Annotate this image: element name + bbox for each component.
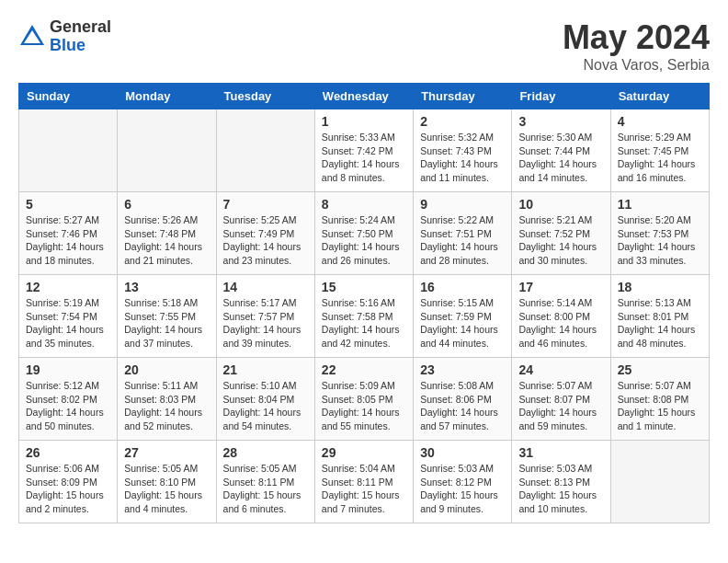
day-number: 28	[223, 445, 308, 460]
calendar-cell: 28Sunrise: 5:05 AM Sunset: 8:11 PM Dayli…	[216, 441, 314, 523]
day-number: 17	[518, 280, 603, 294]
calendar-cell: 11Sunrise: 5:20 AM Sunset: 7:53 PM Dayli…	[610, 192, 709, 275]
calendar-cell: 27Sunrise: 5:05 AM Sunset: 8:10 PM Dayli…	[118, 441, 216, 523]
day-number: 3	[518, 114, 603, 129]
day-info: Sunrise: 5:33 AM Sunset: 7:42 PM Dayligh…	[322, 131, 406, 185]
day-info: Sunrise: 5:20 AM Sunset: 7:53 PM Dayligh…	[618, 213, 702, 268]
day-info: Sunrise: 5:08 AM Sunset: 8:06 PM Dayligh…	[420, 379, 505, 433]
day-info: Sunrise: 5:14 AM Sunset: 8:00 PM Dayligh…	[518, 296, 603, 350]
day-number: 1	[322, 114, 406, 129]
day-number: 2	[420, 114, 505, 129]
title-block: May 2024 Nova Varos, Serbia	[563, 18, 710, 74]
day-number: 29	[322, 445, 406, 460]
day-number: 10	[518, 197, 603, 212]
day-info: Sunrise: 5:10 AM Sunset: 8:04 PM Dayligh…	[223, 379, 308, 433]
weekday-header-row: SundayMondayTuesdayWednesdayThursdayFrid…	[19, 84, 710, 109]
calendar-cell: 26Sunrise: 5:06 AM Sunset: 8:09 PM Dayli…	[19, 441, 118, 523]
calendar-week-4: 19Sunrise: 5:12 AM Sunset: 8:02 PM Dayli…	[19, 358, 710, 441]
day-info: Sunrise: 5:07 AM Sunset: 8:07 PM Dayligh…	[518, 379, 603, 433]
day-number: 24	[518, 362, 603, 377]
day-number: 15	[322, 280, 406, 294]
day-info: Sunrise: 5:22 AM Sunset: 7:51 PM Dayligh…	[420, 213, 505, 268]
calendar-week-2: 5Sunrise: 5:27 AM Sunset: 7:46 PM Daylig…	[19, 192, 710, 275]
day-number: 11	[618, 197, 702, 212]
weekday-header-tuesday: Tuesday	[216, 84, 314, 109]
calendar-cell	[19, 109, 118, 192]
location: Nova Varos, Serbia	[563, 57, 710, 74]
logo-blue-text: Blue	[50, 37, 111, 55]
calendar-cell: 6Sunrise: 5:26 AM Sunset: 7:48 PM Daylig…	[118, 192, 216, 275]
day-info: Sunrise: 5:05 AM Sunset: 8:11 PM Dayligh…	[223, 462, 308, 516]
weekday-header-monday: Monday	[118, 84, 216, 109]
weekday-header-sunday: Sunday	[19, 84, 118, 109]
day-number: 21	[223, 362, 308, 377]
day-info: Sunrise: 5:07 AM Sunset: 8:08 PM Dayligh…	[618, 379, 702, 433]
day-number: 6	[124, 197, 209, 212]
day-info: Sunrise: 5:19 AM Sunset: 7:54 PM Dayligh…	[26, 296, 110, 350]
day-info: Sunrise: 5:18 AM Sunset: 7:55 PM Dayligh…	[124, 296, 209, 350]
calendar-cell: 15Sunrise: 5:16 AM Sunset: 7:58 PM Dayli…	[314, 275, 413, 358]
day-info: Sunrise: 5:32 AM Sunset: 7:43 PM Dayligh…	[420, 131, 505, 185]
day-number: 23	[420, 362, 505, 377]
calendar-cell: 18Sunrise: 5:13 AM Sunset: 8:01 PM Dayli…	[610, 275, 709, 358]
day-number: 14	[223, 280, 308, 294]
logo-text: General Blue	[50, 18, 111, 55]
calendar-cell: 2Sunrise: 5:32 AM Sunset: 7:43 PM Daylig…	[414, 109, 512, 192]
logo: General Blue	[18, 18, 111, 55]
day-number: 16	[420, 280, 505, 294]
day-info: Sunrise: 5:29 AM Sunset: 7:45 PM Dayligh…	[618, 131, 702, 185]
calendar-cell	[610, 441, 709, 523]
calendar-cell	[118, 109, 216, 192]
weekday-header-thursday: Thursday	[414, 84, 512, 109]
day-info: Sunrise: 5:05 AM Sunset: 8:10 PM Dayligh…	[124, 462, 209, 516]
day-info: Sunrise: 5:03 AM Sunset: 8:12 PM Dayligh…	[420, 462, 505, 516]
day-info: Sunrise: 5:15 AM Sunset: 7:59 PM Dayligh…	[420, 296, 505, 350]
day-number: 20	[124, 362, 209, 377]
day-number: 25	[618, 362, 702, 377]
calendar-cell: 22Sunrise: 5:09 AM Sunset: 8:05 PM Dayli…	[314, 358, 413, 441]
logo-icon	[18, 23, 46, 51]
calendar-cell	[216, 109, 314, 192]
calendar-cell: 4Sunrise: 5:29 AM Sunset: 7:45 PM Daylig…	[610, 109, 709, 192]
day-info: Sunrise: 5:06 AM Sunset: 8:09 PM Dayligh…	[26, 462, 110, 516]
weekday-header-friday: Friday	[512, 84, 610, 109]
calendar-cell: 23Sunrise: 5:08 AM Sunset: 8:06 PM Dayli…	[414, 358, 512, 441]
calendar-week-3: 12Sunrise: 5:19 AM Sunset: 7:54 PM Dayli…	[19, 275, 710, 358]
day-number: 9	[420, 197, 505, 212]
day-info: Sunrise: 5:03 AM Sunset: 8:13 PM Dayligh…	[518, 462, 603, 516]
day-info: Sunrise: 5:30 AM Sunset: 7:44 PM Dayligh…	[518, 131, 603, 185]
day-number: 13	[124, 280, 209, 294]
day-number: 30	[420, 445, 505, 460]
calendar-cell: 17Sunrise: 5:14 AM Sunset: 8:00 PM Dayli…	[512, 275, 610, 358]
day-info: Sunrise: 5:21 AM Sunset: 7:52 PM Dayligh…	[518, 213, 603, 268]
day-info: Sunrise: 5:16 AM Sunset: 7:58 PM Dayligh…	[322, 296, 406, 350]
day-info: Sunrise: 5:17 AM Sunset: 7:57 PM Dayligh…	[223, 296, 308, 350]
calendar-cell: 24Sunrise: 5:07 AM Sunset: 8:07 PM Dayli…	[512, 358, 610, 441]
day-number: 19	[26, 362, 110, 377]
calendar-cell: 25Sunrise: 5:07 AM Sunset: 8:08 PM Dayli…	[610, 358, 709, 441]
calendar-cell: 7Sunrise: 5:25 AM Sunset: 7:49 PM Daylig…	[216, 192, 314, 275]
day-info: Sunrise: 5:11 AM Sunset: 8:03 PM Dayligh…	[124, 379, 209, 433]
calendar-cell: 20Sunrise: 5:11 AM Sunset: 8:03 PM Dayli…	[118, 358, 216, 441]
calendar-cell: 31Sunrise: 5:03 AM Sunset: 8:13 PM Dayli…	[512, 441, 610, 523]
day-number: 4	[618, 114, 702, 129]
day-number: 12	[26, 280, 110, 294]
calendar-cell: 19Sunrise: 5:12 AM Sunset: 8:02 PM Dayli…	[19, 358, 118, 441]
day-info: Sunrise: 5:04 AM Sunset: 8:11 PM Dayligh…	[322, 462, 406, 516]
month-year: May 2024	[563, 18, 710, 57]
day-info: Sunrise: 5:12 AM Sunset: 8:02 PM Dayligh…	[26, 379, 110, 433]
day-info: Sunrise: 5:09 AM Sunset: 8:05 PM Dayligh…	[322, 379, 406, 433]
calendar-cell: 12Sunrise: 5:19 AM Sunset: 7:54 PM Dayli…	[19, 275, 118, 358]
day-number: 7	[223, 197, 308, 212]
logo-general-text: General	[50, 18, 111, 37]
calendar-cell: 16Sunrise: 5:15 AM Sunset: 7:59 PM Dayli…	[414, 275, 512, 358]
day-number: 22	[322, 362, 406, 377]
day-info: Sunrise: 5:24 AM Sunset: 7:50 PM Dayligh…	[322, 213, 406, 268]
calendar-cell: 3Sunrise: 5:30 AM Sunset: 7:44 PM Daylig…	[512, 109, 610, 192]
weekday-header-wednesday: Wednesday	[314, 84, 413, 109]
calendar-cell: 1Sunrise: 5:33 AM Sunset: 7:42 PM Daylig…	[314, 109, 413, 192]
calendar-cell: 5Sunrise: 5:27 AM Sunset: 7:46 PM Daylig…	[19, 192, 118, 275]
day-info: Sunrise: 5:25 AM Sunset: 7:49 PM Dayligh…	[223, 213, 308, 268]
day-number: 8	[322, 197, 406, 212]
calendar-week-1: 1Sunrise: 5:33 AM Sunset: 7:42 PM Daylig…	[19, 109, 710, 192]
